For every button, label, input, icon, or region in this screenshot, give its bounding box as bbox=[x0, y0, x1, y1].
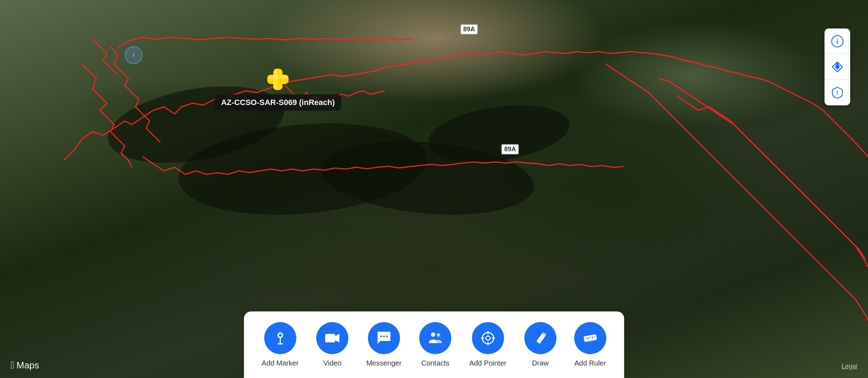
legal-link[interactable]: Legal bbox=[842, 363, 857, 370]
contacts-icon bbox=[427, 330, 444, 347]
svg-point-18 bbox=[437, 333, 440, 337]
draw-icon-circle bbox=[524, 322, 556, 354]
svg-line-29 bbox=[586, 337, 586, 339]
maps-brand-text: Maps bbox=[16, 360, 39, 371]
video-icon bbox=[324, 330, 341, 347]
svg-rect-3 bbox=[267, 75, 289, 79]
pointer-icon bbox=[479, 330, 496, 347]
video-icon-circle bbox=[316, 322, 348, 354]
apple-maps-logo:  Maps bbox=[11, 359, 39, 371]
svg-line-32 bbox=[592, 336, 593, 339]
contacts-label: Contacts bbox=[421, 359, 449, 367]
messenger-label: Messenger bbox=[366, 359, 402, 367]
map-container: 89A 89A AZ-CCSO-SAR-S069 (inReach) i bbox=[0, 0, 868, 378]
video-label: Video bbox=[324, 359, 342, 367]
contacts-icon-circle bbox=[419, 322, 451, 354]
svg-point-17 bbox=[431, 332, 435, 337]
pin-icon bbox=[272, 330, 289, 347]
toolbar-item-draw[interactable]: Draw bbox=[524, 322, 556, 367]
svg-line-33 bbox=[594, 336, 595, 337]
location-button[interactable] bbox=[825, 54, 850, 80]
toolbar-item-add-marker[interactable]: Add Marker bbox=[262, 322, 299, 367]
add-pointer-label: Add Pointer bbox=[469, 359, 507, 367]
toolbar-item-add-ruler[interactable]: Add Ruler bbox=[574, 322, 606, 367]
alert-button[interactable]: ! bbox=[825, 80, 850, 105]
svg-point-16 bbox=[386, 336, 388, 337]
svg-point-14 bbox=[380, 336, 382, 337]
svg-point-20 bbox=[486, 336, 490, 340]
gold-location-marker[interactable] bbox=[265, 67, 290, 93]
svg-rect-12 bbox=[325, 334, 335, 342]
add-ruler-icon-circle bbox=[574, 322, 606, 354]
blue-location-marker[interactable] bbox=[125, 46, 143, 64]
svg-line-31 bbox=[590, 337, 590, 338]
draw-icon bbox=[532, 330, 549, 347]
svg-point-15 bbox=[383, 336, 385, 337]
svg-rect-2 bbox=[273, 69, 278, 90]
add-ruler-label: Add Ruler bbox=[574, 359, 606, 367]
svg-line-30 bbox=[588, 337, 588, 340]
svg-text:!: ! bbox=[836, 90, 838, 96]
svg-point-9 bbox=[279, 334, 281, 337]
message-icon bbox=[375, 330, 392, 347]
add-marker-label: Add Marker bbox=[262, 359, 299, 367]
svg-marker-13 bbox=[335, 334, 340, 342]
road-badge-89a-bottom: 89A bbox=[501, 144, 519, 154]
toolbar-item-add-pointer[interactable]: Add Pointer bbox=[469, 322, 507, 367]
add-marker-icon-circle bbox=[264, 322, 296, 354]
toolbar-item-messenger[interactable]: Messenger bbox=[366, 322, 402, 367]
toolbar-item-contacts[interactable]: Contacts bbox=[419, 322, 451, 367]
road-badge-89a-top: 89A bbox=[460, 24, 478, 35]
apple-icon:  bbox=[11, 359, 14, 371]
draw-label: Draw bbox=[532, 359, 549, 367]
toolbar-item-video[interactable]: Video bbox=[316, 322, 348, 367]
messenger-icon-circle bbox=[368, 322, 400, 354]
add-pointer-icon-circle bbox=[472, 322, 504, 354]
svg-text:i: i bbox=[836, 38, 838, 45]
map-controls-panel: i ! bbox=[825, 28, 850, 105]
info-button[interactable]: i bbox=[825, 28, 850, 54]
bottom-toolbar: Add Marker Video Messenger bbox=[244, 311, 624, 378]
ruler-icon bbox=[582, 330, 599, 347]
location-callout[interactable]: AZ-CCSO-SAR-S069 (inReach) bbox=[215, 94, 341, 111]
